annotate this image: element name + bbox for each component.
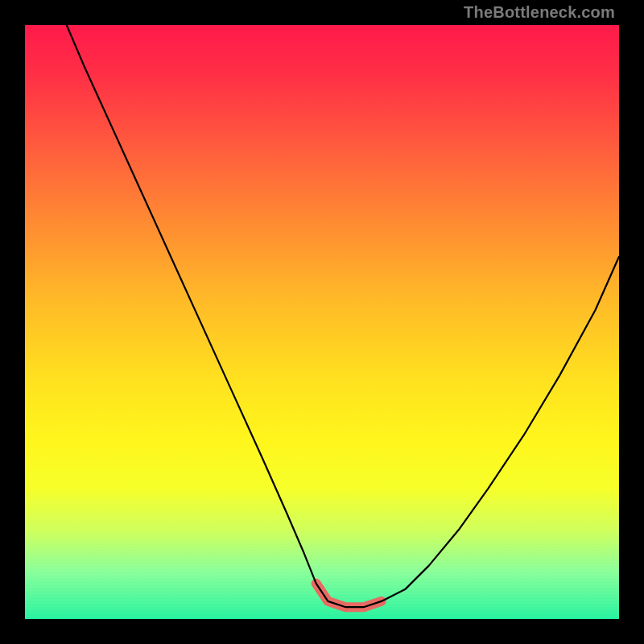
chart-overlay-svg bbox=[25, 25, 619, 619]
chart-plot-area bbox=[25, 25, 619, 619]
watermark-text: TheBottleneck.com bbox=[464, 3, 615, 22]
